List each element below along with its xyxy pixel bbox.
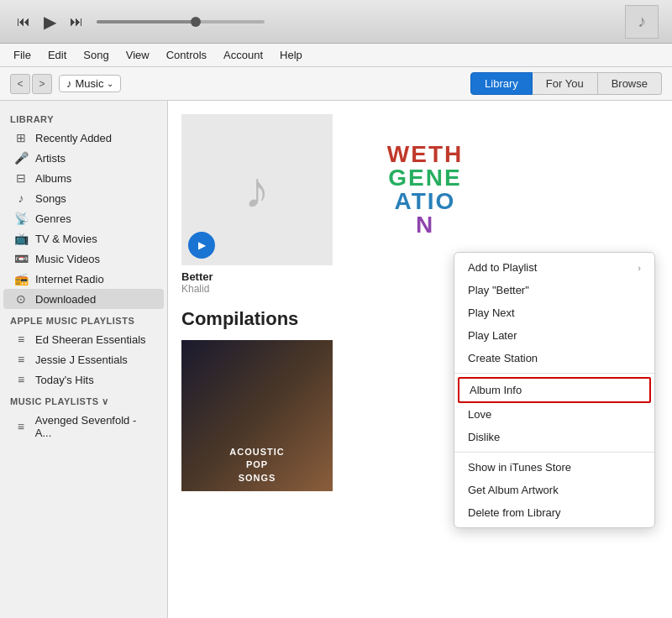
- sidebar-label-albums: Albums: [35, 172, 71, 185]
- acoustic-text: ACOUSTIC POP SONGS: [229, 446, 284, 484]
- context-play-later[interactable]: Play Later: [454, 324, 654, 347]
- colorful-line-1: WETH: [387, 143, 463, 166]
- sidebar-item-artists[interactable]: 🎤 Artists: [3, 148, 164, 168]
- context-get-artwork[interactable]: Get Album Artwork: [454, 479, 654, 501]
- library-section-header: Library: [0, 107, 167, 128]
- dislike-label: Dislike: [468, 431, 500, 443]
- tab-browse[interactable]: Browse: [598, 72, 662, 95]
- context-album-info[interactable]: Album Info: [458, 377, 651, 403]
- albums-icon: ⊟: [13, 171, 29, 185]
- sidebar-item-albums[interactable]: ⊟ Albums: [3, 168, 164, 188]
- sidebar-label-internet-radio: Internet Radio: [35, 273, 104, 285]
- sidebar-item-todays-hits[interactable]: ≡ Today's Hits: [3, 369, 164, 390]
- jessie-j-icon: ≡: [13, 353, 29, 366]
- sidebar-item-downloaded[interactable]: ⊙ Downloaded: [3, 289, 164, 309]
- context-divider-2: [454, 452, 654, 453]
- context-delete[interactable]: Delete from Library: [454, 501, 654, 524]
- sidebar: Library ⊞ Recently Added 🎤 Artists ⊟ Alb…: [0, 101, 168, 618]
- menu-file[interactable]: File: [7, 47, 38, 63]
- tab-library[interactable]: Library: [470, 72, 533, 95]
- love-label: Love: [468, 408, 491, 421]
- nav-forward-button[interactable]: >: [32, 74, 52, 94]
- sidebar-item-ed-sheeran[interactable]: ≡ Ed Sheeran Essentials: [3, 329, 164, 349]
- sidebar-item-jessie-j[interactable]: ≡ Jessie J Essentials: [3, 349, 164, 369]
- music-playlists-header[interactable]: Music Playlists ∨: [0, 390, 167, 411]
- main-layout: Library ⊞ Recently Added 🎤 Artists ⊟ Alb…: [0, 101, 672, 618]
- sidebar-label-genres: Genres: [35, 212, 71, 225]
- album-acoustic[interactable]: ACOUSTIC POP SONGS: [181, 340, 333, 491]
- album-title-better: Better: [181, 270, 333, 283]
- play-button[interactable]: ▶: [40, 8, 60, 35]
- tab-foryou[interactable]: For You: [533, 72, 598, 95]
- sidebar-label-recently-added: Recently Added: [35, 132, 112, 144]
- sidebar-label-downloaded: Downloaded: [35, 293, 96, 306]
- menu-view[interactable]: View: [119, 47, 156, 63]
- nav-bar: < > ♪ Music ⌄ Library For You Browse: [0, 67, 672, 101]
- forward-button[interactable]: ⏭: [66, 11, 87, 33]
- menu-song[interactable]: Song: [76, 47, 115, 63]
- album-art-transport: ♪: [625, 5, 659, 39]
- transport-bar: ⏮ ▶ ⏭ ♪: [0, 0, 672, 44]
- sidebar-label-jessie-j: Jessie J Essentials: [35, 354, 128, 366]
- recently-added-icon: ⊞: [13, 131, 29, 144]
- colorful-line-3: ATIO: [395, 190, 456, 213]
- album-art-better: ♪ ▶: [181, 114, 333, 265]
- colorful-line-2: GENE: [388, 166, 461, 190]
- album-art-acoustic: ACOUSTIC POP SONGS: [181, 340, 333, 491]
- progress-bar[interactable]: [97, 20, 265, 24]
- menu-bar: File Edit Song View Controls Account Hel…: [0, 44, 672, 67]
- sidebar-item-songs[interactable]: ♪ Songs: [3, 188, 164, 208]
- rewind-button[interactable]: ⏮: [13, 11, 34, 33]
- progress-knob[interactable]: [191, 17, 201, 27]
- todays-hits-icon: ≡: [13, 373, 29, 386]
- context-play-next[interactable]: Play Next: [454, 301, 654, 324]
- ed-sheeran-icon: ≡: [13, 333, 29, 346]
- tv-movies-icon: 📺: [13, 232, 29, 245]
- colorful-line-4: N: [416, 213, 434, 237]
- context-create-station[interactable]: Create Station: [454, 347, 654, 369]
- transport-controls: ⏮ ▶ ⏭: [13, 8, 87, 35]
- sidebar-item-internet-radio[interactable]: 📻 Internet Radio: [3, 269, 164, 289]
- context-love[interactable]: Love: [454, 403, 654, 426]
- acoustic-line3: SONGS: [229, 472, 284, 484]
- album-colorful[interactable]: WETH GENE ATIO N: [349, 114, 501, 265]
- context-menu: Add to Playlist › Play "Better" Play Nex…: [454, 252, 655, 528]
- context-divider-1: [454, 373, 654, 374]
- context-dislike[interactable]: Dislike: [454, 426, 654, 448]
- nav-back-button[interactable]: <: [10, 74, 30, 94]
- context-show-itunes[interactable]: Show in iTunes Store: [454, 456, 654, 479]
- nav-tabs: Library For You Browse: [470, 72, 662, 95]
- album-art-colorful: WETH GENE ATIO N: [349, 114, 501, 265]
- album-info-label: Album Info: [470, 384, 522, 396]
- artists-icon: 🎤: [13, 151, 29, 165]
- play-overlay-better[interactable]: ▶: [188, 232, 215, 259]
- sidebar-item-avenged[interactable]: ≡ Avenged Sevenfold - A...: [3, 411, 164, 443]
- album-better[interactable]: ♪ ▶ Better Khalid: [181, 114, 333, 295]
- sidebar-item-music-videos[interactable]: 📼 Music Videos: [3, 249, 164, 269]
- sidebar-label-artists: Artists: [35, 152, 66, 165]
- sidebar-item-recently-added[interactable]: ⊞ Recently Added: [3, 128, 164, 148]
- menu-help[interactable]: Help: [273, 47, 309, 63]
- internet-radio-icon: 📻: [13, 272, 29, 285]
- sidebar-item-tv-movies[interactable]: 📺 TV & Movies: [3, 228, 164, 249]
- apple-music-playlists-header: Apple Music Playlists: [0, 309, 167, 329]
- menu-account[interactable]: Account: [217, 47, 270, 63]
- music-videos-icon: 📼: [13, 252, 29, 265]
- show-itunes-label: Show in iTunes Store: [468, 461, 571, 474]
- nav-back-forward: < >: [10, 74, 52, 94]
- app-selector-icon: ♪: [66, 77, 72, 90]
- menu-controls[interactable]: Controls: [160, 47, 213, 63]
- context-play-better[interactable]: Play "Better": [454, 279, 654, 301]
- album-artist-better: Khalid: [181, 283, 333, 295]
- context-add-to-playlist[interactable]: Add to Playlist ›: [454, 256, 654, 279]
- sidebar-label-songs: Songs: [35, 192, 66, 205]
- content-area: ♪ ▶ Better Khalid WETH GENE ATIO N Compi…: [168, 101, 672, 618]
- app-selector-chevron: ⌄: [107, 79, 113, 88]
- app-selector[interactable]: ♪ Music ⌄: [59, 75, 121, 92]
- add-to-playlist-arrow: ›: [638, 263, 641, 273]
- menu-edit[interactable]: Edit: [41, 47, 73, 63]
- play-next-label: Play Next: [468, 306, 515, 319]
- add-to-playlist-label: Add to Playlist: [468, 261, 537, 274]
- sidebar-item-genres[interactable]: 📡 Genres: [3, 208, 164, 228]
- progress-fill: [97, 20, 197, 24]
